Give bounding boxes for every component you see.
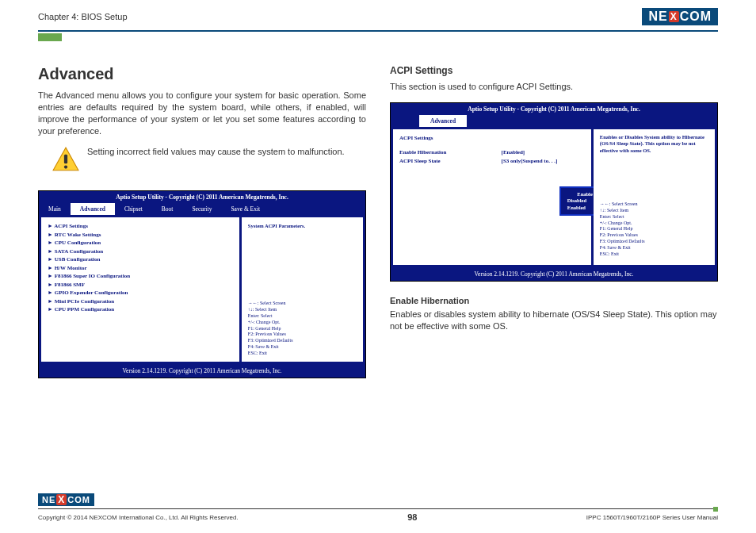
nexcom-logo: NEXCOM bbox=[642, 8, 718, 25]
svg-rect-1 bbox=[64, 155, 67, 164]
footer-divider bbox=[38, 508, 718, 509]
acpi-section-label: ACPI Settings bbox=[399, 134, 585, 143]
warning-icon bbox=[52, 146, 79, 176]
menu-item[interactable]: F81866 Super IO Configuration bbox=[48, 272, 233, 281]
bios-title-bar: Aptio Setup Utility - Copyright (C) 2011… bbox=[391, 103, 717, 115]
bios-tab-advanced[interactable]: Advanced bbox=[419, 115, 467, 127]
menu-item[interactable]: H/W Monitor bbox=[48, 264, 233, 273]
intro-text: The Advanced menu allows you to configur… bbox=[38, 90, 366, 136]
page-header: Chapter 4: BIOS Setup NEXCOM bbox=[0, 0, 756, 30]
setting-row[interactable]: ACPI Sleep State [S3 only(Suspend to. . … bbox=[399, 157, 585, 166]
setting-label: Enable Hibernation bbox=[399, 148, 502, 157]
bios-title-bar: Aptio Setup Utility - Copyright (C) 2011… bbox=[39, 191, 365, 203]
enable-hibernation-text: Enables or disables system ability to hi… bbox=[390, 309, 718, 332]
setting-row[interactable]: Enable Hibernation [Enabled] bbox=[399, 148, 585, 157]
bios-help-description: System ACPI Parameters. bbox=[248, 222, 357, 229]
footer-logo: NEXCOM bbox=[38, 492, 718, 506]
setting-value: [S3 only(Suspend to. . .] bbox=[502, 157, 585, 166]
menu-item[interactable]: CPU PPM Configuration bbox=[48, 305, 233, 314]
bios-tab-boot[interactable]: Boot bbox=[152, 203, 183, 215]
chapter-title: Chapter 4: BIOS Setup bbox=[38, 12, 128, 21]
bios-menu-panel: ACPI Settings RTC Wake Settings CPU Conf… bbox=[41, 217, 239, 361]
bios-tab-security[interactable]: Security bbox=[182, 203, 221, 215]
manual-title: IPPC 1560T/1960T/2160P Series User Manua… bbox=[586, 514, 718, 521]
warning-block: Setting incorrect field values may cause… bbox=[52, 146, 366, 176]
bios-tab-chipset[interactable]: Chipset bbox=[115, 203, 152, 215]
bios-help-panel: System ACPI Parameters. →←: Select Scree… bbox=[242, 217, 363, 361]
bios-screenshot-left: Aptio Setup Utility - Copyright (C) 2011… bbox=[38, 190, 366, 378]
svg-point-2 bbox=[64, 166, 67, 169]
left-column: Advanced The Advanced menu allows you to… bbox=[38, 65, 366, 378]
bios-key-help: →←: Select Screen ↑↓: Select Item Enter:… bbox=[248, 301, 357, 356]
menu-item[interactable]: USB Configuration bbox=[48, 255, 233, 264]
menu-item[interactable]: ACPI Settings bbox=[48, 222, 233, 231]
bios-tab-advanced[interactable]: Advanced bbox=[71, 203, 115, 215]
enable-hibernation-heading: Enable Hibernation bbox=[390, 296, 718, 305]
bios-tab-saveexit[interactable]: Save & Exit bbox=[221, 203, 269, 215]
menu-item[interactable]: SATA Configuration bbox=[48, 247, 233, 256]
menu-item[interactable]: GPIO Expender Configuration bbox=[48, 289, 233, 297]
acpi-intro-text: This section is used to configure ACPI S… bbox=[390, 81, 718, 93]
page-footer: NEXCOM Copyright © 2014 NEXCOM Internati… bbox=[0, 492, 756, 533]
bios-screenshot-right: Aptio Setup Utility - Copyright (C) 2011… bbox=[390, 102, 718, 282]
menu-item[interactable]: Mini PCIe Configuration bbox=[48, 297, 233, 306]
bios-version-footer: Version 2.14.1219. Copyright (C) 2011 Am… bbox=[391, 267, 717, 281]
green-tab-decoration bbox=[38, 33, 62, 41]
bios-acpi-panel: ACPI Settings Enable Hibernation [Enable… bbox=[393, 129, 591, 266]
right-column: ACPI Settings This section is used to co… bbox=[390, 65, 718, 378]
header-divider bbox=[38, 30, 718, 32]
setting-value: [Enabled] bbox=[502, 148, 585, 157]
menu-item[interactable]: RTC Wake Settings bbox=[48, 231, 233, 240]
setting-label: ACPI Sleep State bbox=[399, 157, 502, 166]
bios-help-panel: Enables or Disables System ability to Hi… bbox=[594, 129, 715, 266]
content-columns: Advanced The Advanced menu allows you to… bbox=[0, 41, 756, 378]
bios-tab-main[interactable]: Main bbox=[39, 203, 71, 215]
bios-help-description: Enables or Disables System ability to Hi… bbox=[600, 134, 708, 154]
bios-version-footer: Version 2.14.1219. Copyright (C) 2011 Am… bbox=[39, 364, 365, 378]
page-number: 98 bbox=[407, 512, 417, 522]
acpi-settings-heading: ACPI Settings bbox=[390, 65, 718, 76]
warning-text: Setting incorrect field values may cause… bbox=[87, 146, 345, 158]
bios-key-help: →←: Select Screen ↑↓: Select Item Enter:… bbox=[600, 201, 708, 257]
menu-item[interactable]: F81866 SMF bbox=[48, 281, 233, 290]
copyright-text: Copyright © 2014 NEXCOM International Co… bbox=[38, 514, 239, 521]
section-title-advanced: Advanced bbox=[38, 65, 366, 83]
bios-tab-row: Advanced bbox=[391, 115, 717, 127]
bios-tab-row: Main Advanced Chipset Boot Security Save… bbox=[39, 203, 365, 215]
menu-item[interactable]: CPU Configuration bbox=[48, 239, 233, 247]
